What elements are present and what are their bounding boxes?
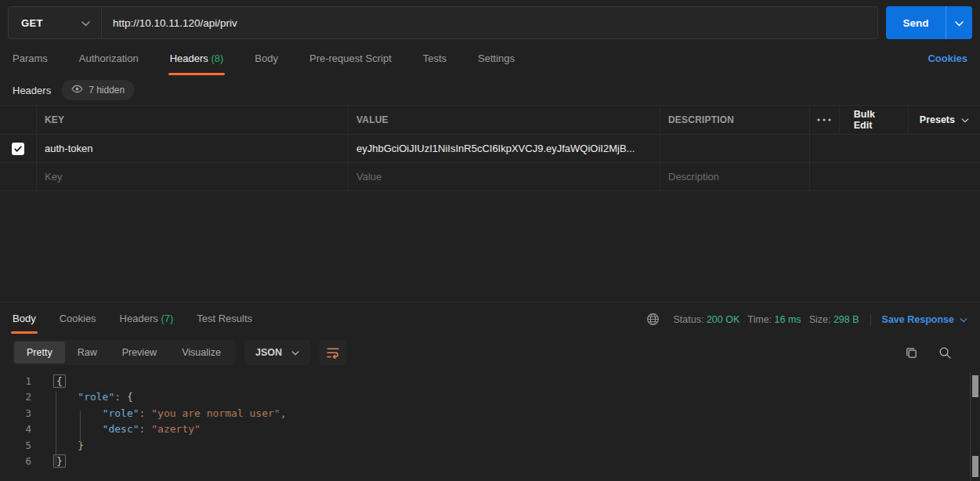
code-line: 6} (0, 454, 980, 470)
line-number: 5 (0, 439, 31, 451)
chevron-down-icon (961, 114, 969, 125)
row-select-cell (0, 163, 37, 190)
description-column-header: DESCRIPTION (660, 106, 810, 134)
search-icon[interactable] (938, 346, 952, 360)
request-bar: GET Send (0, 0, 980, 41)
headers-table: KEY VALUE DESCRIPTION Bulk Edit Presets (0, 105, 980, 191)
format-dropdown[interactable]: JSON (244, 340, 310, 365)
method-dropdown[interactable]: GET (9, 7, 102, 38)
new-description-input[interactable] (660, 171, 809, 183)
size-badge: Size: 298 B (809, 314, 859, 325)
chevron-down-icon (960, 314, 967, 325)
save-response-button[interactable]: Save Response (882, 314, 967, 325)
eye-icon (71, 83, 83, 97)
send-button[interactable]: Send (886, 6, 946, 39)
response-tab-headers[interactable]: Headers (7) (120, 313, 174, 334)
headers-title: Headers (13, 85, 51, 96)
code-line: 2 "role": { (0, 389, 980, 406)
response-panel: Body Cookies Headers (7) Test Results St… (0, 302, 980, 481)
tab-body[interactable]: Body (255, 52, 278, 75)
bulk-edit-button[interactable]: Bulk Edit (840, 106, 909, 134)
code-line: 1{ (0, 373, 980, 389)
line-number: 3 (0, 407, 31, 419)
response-toolbar: Pretty Raw Preview Visualize JSON (13, 340, 967, 365)
value-column-header: VALUE (349, 106, 660, 134)
header-key-cell[interactable]: auth-token (37, 135, 349, 162)
scrollbar-track[interactable] (970, 373, 980, 481)
table-controls: Bulk Edit Presets (810, 106, 980, 134)
row-extra-cell (810, 135, 980, 162)
copy-icon[interactable] (905, 346, 918, 360)
code-line: 5 } (0, 437, 980, 454)
method-label: GET (21, 17, 43, 29)
line-number: 1 (0, 375, 31, 387)
row-extra-cell (810, 163, 980, 190)
code-line: 4 "desc": "azerty" (0, 421, 980, 438)
response-tab-cookies[interactable]: Cookies (60, 313, 96, 334)
tab-authorization[interactable]: Authorization (79, 52, 139, 75)
indent-guide (80, 411, 81, 447)
empty-header-row (0, 163, 980, 191)
presets-dropdown[interactable]: Presets (909, 106, 980, 134)
api-client-window: GET Send Params Authorization Headers (8… (0, 0, 980, 481)
response-tab-test-results[interactable]: Test Results (197, 313, 252, 334)
tab-headers[interactable]: Headers (8) (170, 52, 224, 75)
code-lines: 1{2 "role": {3 "role": "you are normal u… (0, 373, 980, 469)
header-row-auth-token: auth-token eyJhbGciOiJIUzI1NiIsInR5cCI6I… (0, 135, 980, 163)
view-tab-pretty[interactable]: Pretty (14, 342, 65, 363)
network-globe-icon[interactable] (646, 313, 660, 326)
hidden-headers-toggle[interactable]: 7 hidden (62, 80, 134, 100)
url-input[interactable] (102, 7, 877, 38)
cookies-link[interactable]: Cookies (928, 52, 967, 75)
headers-subheader: Headers 7 hidden (0, 75, 980, 105)
divider (870, 313, 871, 326)
response-meta: Status: 200 OK Time: 16 ms Size: 298 B S… (646, 313, 968, 334)
response-body-editor[interactable]: 1{2 "role": {3 "role": "you are normal u… (0, 373, 980, 481)
new-key-cell (37, 163, 349, 190)
hidden-headers-label: 7 hidden (89, 85, 125, 96)
response-tab-body[interactable]: Body (13, 313, 36, 334)
new-value-cell (349, 163, 660, 190)
new-key-input[interactable] (37, 171, 348, 183)
new-description-cell (660, 163, 810, 190)
view-tab-raw[interactable]: Raw (65, 342, 110, 363)
code-line: 3 "role": "you are normal user", (0, 405, 980, 421)
status-badge: Status: 200 OK (674, 314, 740, 325)
send-options-button[interactable] (946, 6, 972, 39)
url-group: GET (8, 6, 878, 39)
word-wrap-icon[interactable] (320, 340, 346, 365)
line-number: 4 (0, 423, 31, 435)
send-split-button: Send (886, 6, 972, 39)
time-badge: Time: 16 ms (747, 314, 801, 325)
tab-settings[interactable]: Settings (478, 52, 515, 75)
tab-tests[interactable]: Tests (423, 52, 447, 75)
select-column-header (0, 106, 37, 134)
chevron-down-icon (955, 16, 964, 30)
request-tabs: Params Authorization Headers (8) Body Pr… (0, 41, 980, 75)
chevron-down-icon (81, 16, 90, 30)
view-mode-segment: Pretty Raw Preview Visualize (13, 340, 235, 365)
table-header-row: KEY VALUE DESCRIPTION Bulk Edit Presets (0, 106, 980, 135)
header-description-cell[interactable] (660, 135, 810, 162)
line-number: 6 (0, 455, 31, 467)
chevron-down-icon (291, 347, 299, 358)
view-tab-preview[interactable]: Preview (110, 342, 169, 363)
indent-guide (56, 392, 56, 465)
scrollbar-thumb[interactable] (972, 375, 978, 397)
empty-area (0, 191, 980, 302)
row-checkbox[interactable] (12, 143, 24, 155)
line-number: 2 (0, 391, 31, 403)
response-actions (905, 346, 967, 360)
scrollbar-marker[interactable] (972, 456, 978, 477)
row-select-cell (0, 135, 37, 162)
header-value-cell[interactable]: eyJhbGciOiJIUzI1NiIsInR5cCI6IkpXVCJ9.eyJ… (349, 135, 660, 162)
new-value-input[interactable] (349, 171, 660, 183)
response-header: Body Cookies Headers (7) Test Results St… (0, 302, 980, 334)
tab-params[interactable]: Params (13, 52, 48, 75)
tab-pre-request-script[interactable]: Pre-request Script (309, 52, 392, 75)
view-tab-visualize[interactable]: Visualize (169, 342, 233, 363)
key-column-header: KEY (37, 106, 349, 134)
more-options-icon[interactable] (810, 106, 840, 134)
